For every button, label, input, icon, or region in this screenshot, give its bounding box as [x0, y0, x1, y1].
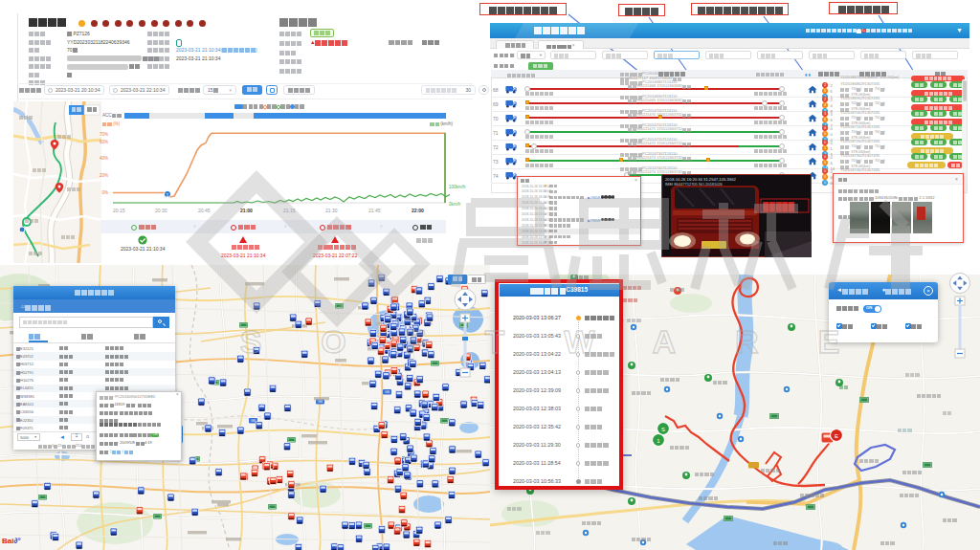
- svg-text:1: 1: [167, 192, 169, 198]
- svg-text:E: E: [835, 433, 838, 439]
- svg-text:█████: █████: [763, 202, 795, 212]
- svg-text:S: S: [661, 427, 665, 432]
- svg-text:IMEI 86447712705 NO.20181026: IMEI 86447712705 NO.20181026: [665, 182, 724, 187]
- svg-text:G6: G6: [318, 400, 323, 404]
- svg-text:G6: G6: [251, 419, 256, 423]
- svg-text:G6: G6: [385, 390, 390, 394]
